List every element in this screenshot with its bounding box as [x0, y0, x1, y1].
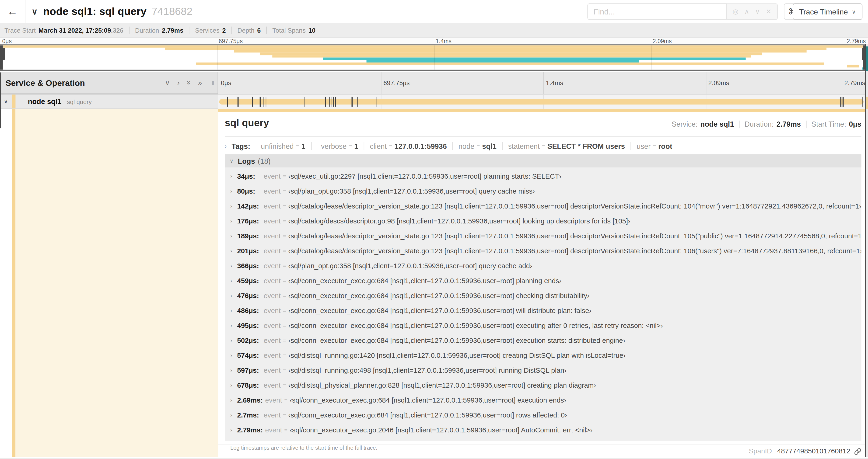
edge-teal-fragment: [866, 46, 868, 71]
collapse-one-icon[interactable]: ∨: [165, 78, 170, 87]
detail-overview: Service:node sql1Duration:2.79msStart Ti…: [672, 120, 861, 129]
view-selector-label: Trace Timeline: [799, 7, 848, 16]
minimap-span-bar: [260, 53, 762, 55]
left-edge-border: [0, 72, 1, 128]
log-marker-tick: [862, 97, 863, 107]
log-row[interactable]: ›678μs:event=‹sql/distsql_physical_plann…: [225, 378, 861, 393]
minimap-span-bar: [366, 60, 639, 62]
ruler-tick-label: 0μs: [221, 72, 231, 94]
log-row[interactable]: ›476μs:event=‹sql/conn_executor_exec.go:…: [225, 288, 861, 303]
service-operation-header: Service & Operation ∨ › » » ‖: [0, 72, 218, 94]
prev-result-icon[interactable]: ∧: [744, 8, 749, 15]
back-arrow-icon: ←: [7, 6, 18, 18]
span-duration-bar[interactable]: [219, 99, 864, 104]
span-color-stripe: [12, 94, 16, 108]
collapse-trace-icon[interactable]: ∨: [31, 6, 37, 17]
log-marker-tick: [329, 97, 330, 107]
trace-summary-bar: Trace StartMarch 31 2022, 17:25:09.326Du…: [0, 23, 868, 38]
minimap-gridline: [217, 45, 217, 69]
log-row[interactable]: ›142μs:event=‹sql/catalog/lease/descript…: [225, 198, 861, 214]
log-marker-tick: [376, 97, 377, 107]
span-bar-row[interactable]: [218, 94, 868, 109]
ruler-tick-label: 2.09ms: [708, 72, 729, 94]
clear-search-icon[interactable]: ✕: [766, 8, 771, 15]
right-edge-overflow: [866, 44, 868, 457]
log-marker-tick: [252, 97, 253, 107]
log-marker-tick: [352, 97, 352, 107]
trace-summary-items: Trace StartMarch 31 2022, 17:25:09.326Du…: [4, 27, 315, 34]
expand-all-icon[interactable]: »: [198, 78, 202, 87]
expand-one-icon[interactable]: ›: [177, 78, 180, 87]
minimap-left-scrubber-grip[interactable]: [0, 48, 5, 60]
log-row[interactable]: ›80μs:event=‹sql/plan_opt.go:358 [nsql1,…: [225, 184, 861, 198]
log-marker-tick: [332, 97, 332, 107]
log-row[interactable]: ›495μs:event=‹sql/conn_executor_exec.go:…: [225, 318, 861, 333]
minimap-span-bar: [273, 55, 751, 57]
tag-item: statement=SELECT * FROM users: [508, 142, 625, 150]
log-row[interactable]: ›366μs:event=‹sql/plan_opt.go:358 [nsql1…: [225, 258, 861, 273]
summary-item: Services2: [195, 27, 226, 33]
log-row[interactable]: ›2.7ms:event=‹sql/conn_executor_exec.go:…: [225, 407, 861, 422]
tag-item: _verbose=1: [317, 142, 359, 150]
log-row[interactable]: ›486μs:event=‹sql/conn_executor_exec.go:…: [225, 303, 861, 318]
summary-item: Trace StartMarch 31 2022, 17:25:09.326: [4, 27, 123, 33]
minimap-tick-label: 2.79ms: [847, 38, 866, 44]
log-row[interactable]: ›459μs:event=‹sql/conn_executor_exec.go:…: [225, 273, 861, 288]
next-result-icon[interactable]: ∨: [755, 8, 760, 15]
log-row[interactable]: ›176μs:event=‹sql/catalog/descs/descript…: [225, 214, 861, 228]
trace-view-selector[interactable]: Trace Timeline ∨: [793, 3, 862, 20]
find-input[interactable]: [587, 3, 727, 20]
span-tree-row[interactable]: ∨ node sql1 sql query: [0, 94, 218, 109]
log-row[interactable]: ›574μs:event=‹sql/distsql_running.go:142…: [225, 348, 861, 363]
tag-item: _unfinished=1: [257, 142, 305, 150]
minimap-tick-label: 2.09ms: [653, 38, 672, 44]
minimap-span-bar: [847, 65, 859, 67]
log-row[interactable]: ›2.79ms:event=‹sql/conn_executor_exec.go…: [225, 423, 861, 437]
trace-id: 7418682: [151, 6, 192, 18]
span-operation-name: sql query: [67, 98, 92, 105]
overview-item: Start Time:0μs: [811, 120, 861, 129]
log-marker-tick: [334, 97, 334, 107]
spanid-row: SpanID: 4877749850101760812: [749, 447, 861, 455]
detail-left-gutter: [0, 109, 12, 457]
find-group: ◎ ∧ ∨ ✕: [587, 3, 778, 20]
trace-title-area: ∨ node sql1: sql query 7418682: [31, 0, 192, 23]
copy-link-icon[interactable]: [854, 448, 862, 455]
logs-header[interactable]: ∨ Logs (18): [225, 154, 861, 168]
detail-row-highlight: [16, 109, 218, 457]
log-row[interactable]: ›201μs:event=‹sql/catalog/lease/descript…: [225, 243, 861, 258]
span-collapse-icon[interactable]: ∨: [4, 98, 8, 104]
ruler-gridline: [543, 72, 544, 94]
summary-item: Duration2.79ms: [135, 27, 184, 33]
log-marker-tick: [840, 97, 841, 107]
back-button[interactable]: ←: [0, 0, 25, 23]
minimap-span-bar: [323, 58, 746, 60]
spanid-label: SpanID:: [749, 447, 774, 455]
log-row[interactable]: ›34μs:event=‹sql/exec_util.go:2297 [nsql…: [225, 169, 861, 184]
tags-row[interactable]: › Tags: _unfinished=1_verbose=1client=12…: [225, 139, 861, 153]
tag-item: node=sql1: [459, 142, 497, 150]
minimap-gridline: [651, 45, 651, 69]
log-row[interactable]: ›189μs:event=‹sql/catalog/lease/descript…: [225, 228, 861, 243]
summary-item: Depth6: [238, 27, 261, 33]
detail-divider: [225, 136, 861, 136]
column-resizer-handle[interactable]: ‖: [212, 79, 214, 86]
log-row[interactable]: ›502μs:event=‹sql/conn_executor_exec.go:…: [225, 333, 861, 348]
log-marker-tick: [843, 97, 843, 107]
minimap-tick-label: 1.4ms: [436, 38, 452, 44]
timeline-minimap[interactable]: [0, 44, 868, 71]
log-marker-tick: [304, 97, 305, 107]
tag-item: user=root: [637, 142, 672, 150]
locate-icon[interactable]: ◎: [733, 8, 739, 15]
logs-list: ›34μs:event=‹sql/exec_util.go:2297 [nsql…: [225, 167, 861, 440]
ruler-gridline: [380, 72, 381, 94]
edge-tan-fragment: [866, 97, 868, 109]
summary-item: Total Spans10: [272, 27, 315, 33]
log-row[interactable]: ›597μs:event=‹sql/distsql_running.go:498…: [225, 363, 861, 378]
minimap-gridline: [434, 45, 434, 69]
timeline-ruler: 0μs697.75μs1.4ms2.09ms2.79ms: [218, 72, 868, 94]
collapse-all-icon[interactable]: »: [185, 81, 193, 85]
log-row[interactable]: ›2.69ms:event=‹sql/conn_executor_exec.go…: [225, 393, 861, 407]
minimap-tick-label: 0μs: [2, 38, 12, 44]
log-marker-tick: [227, 97, 228, 107]
